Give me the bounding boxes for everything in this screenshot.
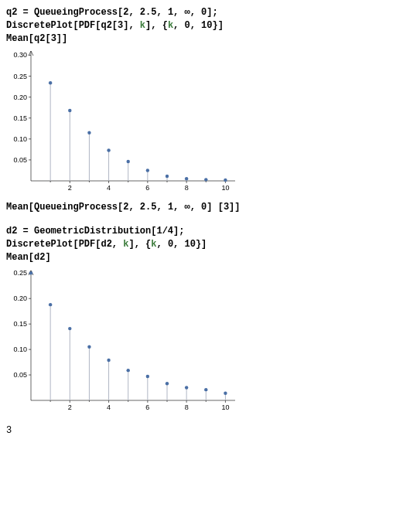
svg-point-36	[107, 149, 110, 152]
svg-point-82	[87, 345, 90, 348]
code-token: ]	[201, 239, 207, 250]
code-token: =	[17, 7, 34, 18]
code-token: }	[196, 239, 201, 250]
code-token: 1	[156, 226, 162, 237]
code-token: {	[162, 20, 168, 31]
svg-text:0.15: 0.15	[13, 320, 27, 328]
code-token: q2	[6, 7, 17, 18]
svg-text:0.10: 0.10	[13, 346, 27, 353]
code-token: ,	[190, 7, 201, 18]
code-token: ];	[173, 226, 184, 237]
code-token: ];	[207, 7, 217, 18]
svg-text:0.20: 0.20	[13, 294, 27, 302]
code-token: d2	[6, 226, 17, 237]
svg-point-76	[29, 271, 32, 274]
code-token: [	[218, 202, 224, 213]
code-token: 0	[168, 239, 173, 250]
svg-text:0.25: 0.25	[13, 73, 27, 80]
svg-text:0.30: 0.30	[13, 52, 27, 60]
svg-point-94	[204, 388, 207, 391]
svg-text:2: 2	[68, 403, 72, 411]
input-cell-1: q2 = QueueingProcess[2, 2.5, 1, ∞, 0]; D…	[6, 6, 414, 45]
code-token: ,	[190, 20, 201, 31]
code-token: ,	[156, 239, 167, 250]
code-token: 10	[184, 239, 195, 250]
code-token: [	[29, 33, 34, 44]
svg-point-92	[185, 386, 188, 389]
code-token: ,	[128, 20, 139, 31]
code-token: PDF	[79, 20, 96, 31]
code-token: 0	[184, 20, 190, 31]
code-token: PDF	[79, 239, 96, 250]
svg-text:0.25: 0.25	[13, 269, 27, 277]
code-token: ]	[45, 252, 50, 263]
code-token: d2	[34, 252, 45, 263]
discrete-plot-2: 2468100.050.100.150.200.25	[6, 267, 414, 414]
code-token: ,	[190, 202, 201, 213]
svg-point-88	[146, 374, 149, 377]
svg-text:10: 10	[221, 403, 229, 411]
code-token: ,	[135, 239, 145, 250]
code-line: DiscretePlot[PDF[q2[3], k], {k, 0, 10}]	[6, 19, 414, 32]
svg-point-86	[127, 369, 130, 372]
code-token: /	[162, 226, 168, 237]
code-token: Mean	[6, 252, 29, 263]
code-token: [	[29, 252, 34, 263]
svg-point-78	[49, 303, 52, 306]
code-token: ,	[173, 7, 184, 18]
svg-point-38	[127, 160, 130, 163]
svg-point-84	[107, 358, 110, 361]
svg-point-34	[87, 131, 90, 134]
code-token: QueueingProcess	[34, 7, 118, 18]
code-token: ]	[218, 20, 224, 31]
svg-text:0.20: 0.20	[13, 94, 27, 101]
code-token: ,	[128, 7, 139, 18]
svg-point-40	[146, 169, 149, 172]
svg-point-48	[224, 179, 227, 182]
code-token: ∞	[184, 7, 190, 18]
code-line: d2 = GeometricDistribution[1/4];	[6, 225, 414, 238]
code-line: Mean[QueueingProcess[2, 2.5, 1, ∞, 0] [3…	[6, 201, 414, 214]
code-token: q2	[101, 20, 111, 31]
svg-point-42	[166, 175, 169, 178]
code-token: ,	[128, 202, 139, 213]
discrete-plot-1: 2468100.050.100.150.200.250.30	[6, 48, 414, 195]
code-token: DiscretePlot	[6, 239, 73, 250]
code-token: ,	[173, 20, 184, 31]
code-token: ,	[112, 239, 123, 250]
code-token: d2	[101, 239, 111, 250]
code-token: ]	[234, 202, 240, 213]
svg-text:0.10: 0.10	[13, 135, 27, 143]
code-token: [	[29, 202, 34, 213]
svg-point-44	[185, 177, 188, 180]
svg-text:6: 6	[145, 403, 149, 411]
code-token: [	[73, 239, 78, 250]
code-token: 4	[168, 226, 173, 237]
code-token: [	[73, 20, 78, 31]
code-token: 3	[51, 33, 56, 44]
code-token: 1	[168, 202, 173, 213]
code-token: ,	[156, 7, 167, 18]
svg-point-96	[224, 391, 227, 394]
svg-point-90	[166, 382, 169, 385]
svg-text:0.15: 0.15	[13, 114, 27, 122]
code-token: =	[17, 226, 34, 237]
code-token: [	[45, 33, 50, 44]
code-line: q2 = QueueingProcess[2, 2.5, 1, ∞, 0];	[6, 6, 414, 19]
code-token: ,	[173, 202, 184, 213]
svg-text:8: 8	[185, 184, 189, 192]
code-line: Mean[d2]	[6, 251, 414, 264]
svg-point-30	[49, 81, 52, 84]
code-token: }	[213, 20, 218, 31]
code-token	[213, 202, 218, 213]
svg-text:8: 8	[185, 403, 189, 411]
svg-text:6: 6	[145, 184, 149, 192]
code-token: Mean	[6, 202, 29, 213]
input-cell-3: d2 = GeometricDistribution[1/4]; Discret…	[6, 225, 414, 264]
code-token: 1	[168, 7, 173, 18]
code-token: ,	[156, 202, 167, 213]
svg-text:2: 2	[68, 184, 72, 192]
input-cell-2: Mean[QueueingProcess[2, 2.5, 1, ∞, 0] [3…	[6, 201, 414, 214]
code-token: 2.5	[140, 202, 157, 213]
svg-point-46	[204, 179, 207, 182]
